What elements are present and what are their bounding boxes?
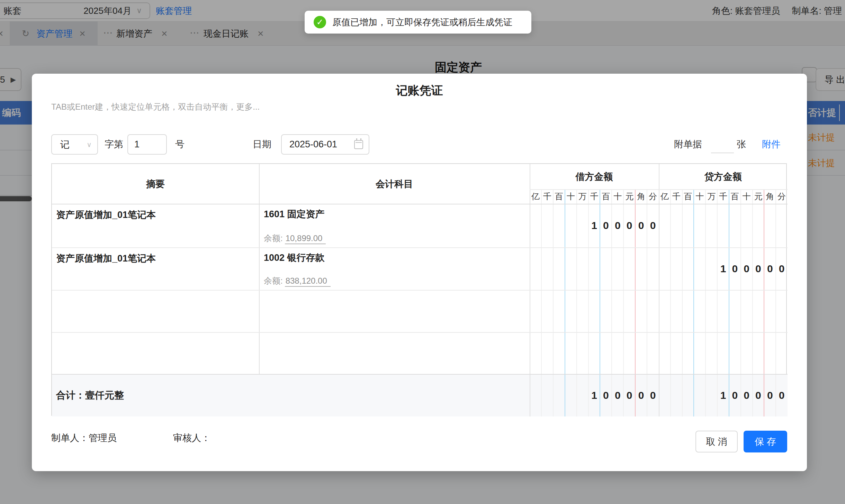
voucher-dialog: 记账凭证 TAB或Enter建，快速定位单元格，双击自动平衡，更多... 记 ∨… — [32, 74, 807, 471]
attach-docs-label: 附单据 — [674, 134, 702, 155]
maker-info: 制单人：管理员 — [51, 432, 117, 444]
save-button[interactable]: 保 存 — [744, 431, 787, 452]
summary-cell[interactable]: 资产原值增加_01笔记本 — [52, 247, 259, 290]
credit-header: 贷方金额 — [659, 164, 788, 189]
credit-digit-columns: 亿千百十万千百十元角分 — [659, 189, 788, 204]
number-suffix: 号 — [175, 134, 185, 155]
voucher-table: 摘要 会计科目 借方金额 贷方金额 亿千百十万千百十元角分 亿千百十万千百十元角… — [51, 163, 787, 416]
account-cell[interactable]: 1002 银行存款 余额:838,120.00 — [259, 247, 530, 290]
summary-cell[interactable] — [52, 332, 259, 374]
dialog-title: 记账凭证 — [32, 83, 807, 99]
summary-header: 摘要 — [52, 164, 259, 204]
date-value: 2025-06-01 — [289, 139, 337, 150]
voucher-word: 记 — [60, 138, 70, 151]
date-picker[interactable]: 2025-06-01 — [281, 134, 369, 155]
account-name: 1601 固定资产 — [264, 208, 325, 220]
debit-digit-columns: 亿千百十万千百十元角分 — [530, 189, 659, 204]
credit-amount-cell[interactable]: 100000 — [659, 247, 788, 290]
voucher-word-select[interactable]: 记 ∨ — [51, 134, 98, 155]
summary-cell[interactable]: 资产原值增加_01笔记本 — [52, 204, 259, 247]
debit-header: 借方金额 — [530, 164, 659, 189]
account-cell[interactable]: 1601 固定资产 余额:10,899.00 — [259, 204, 530, 247]
maker-value: 管理员 — [89, 433, 117, 443]
account-header: 会计科目 — [259, 164, 530, 204]
voucher-number-input[interactable]: 1 — [127, 134, 167, 155]
word-label: 字第 — [105, 134, 123, 155]
balance-value: 10,899.00 — [285, 233, 326, 244]
attach-docs-input[interactable] — [711, 143, 734, 153]
date-label: 日期 — [253, 134, 271, 155]
balance-info: 余额:838,120.00 — [264, 275, 331, 286]
balance-info: 余额:10,899.00 — [264, 233, 326, 244]
success-toast: ✓ 原值已增加，可立即保存凭证或稍后生成凭证 — [305, 11, 531, 34]
debit-amount-cell[interactable]: 100000 — [530, 204, 659, 247]
toast-message: 原值已增加，可立即保存凭证或稍后生成凭证 — [332, 16, 512, 28]
calendar-icon — [354, 140, 363, 149]
chevron-down-icon: ∨ — [87, 140, 92, 149]
attachment-link[interactable]: 附件 — [762, 134, 781, 155]
account-name: 1002 银行存款 — [264, 251, 325, 264]
balance-value: 838,120.00 — [285, 276, 331, 287]
total-debit-amount: 100000 — [530, 374, 659, 416]
cancel-button[interactable]: 取 消 — [695, 431, 738, 452]
success-check-icon: ✓ — [314, 16, 326, 28]
total-label: 合计：壹仟元整 — [56, 374, 124, 416]
account-cell[interactable] — [259, 290, 530, 332]
account-cell[interactable] — [259, 332, 530, 374]
auditor-info: 审核人： — [173, 432, 210, 444]
summary-cell[interactable] — [52, 290, 259, 332]
total-credit-amount: 100000 — [659, 374, 788, 416]
dialog-hint: TAB或Enter建，快速定位单元格，双击自动平衡，更多... — [51, 101, 260, 112]
attach-docs-unit: 张 — [737, 134, 746, 155]
